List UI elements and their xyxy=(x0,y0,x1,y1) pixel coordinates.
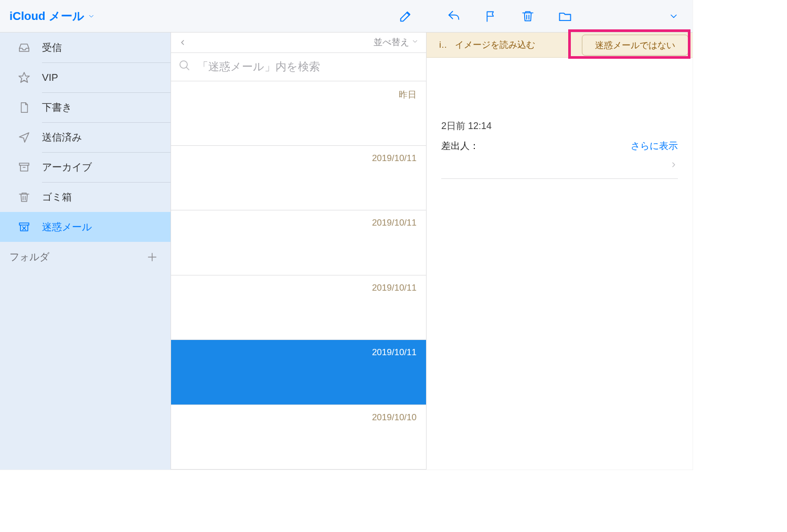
sidebar-item-label: アーカイブ xyxy=(42,161,92,174)
message-row[interactable]: 2019/10/10 xyxy=(171,405,426,470)
chevron-down-icon xyxy=(88,9,95,23)
sidebar-item-trash[interactable]: ゴミ箱 xyxy=(0,182,171,212)
divider xyxy=(441,178,678,179)
delete-button[interactable] xyxy=(521,9,535,23)
message-row[interactable]: 2019/10/11 xyxy=(171,210,426,275)
flag-button[interactable] xyxy=(484,9,498,23)
sidebar-item-label: VIP xyxy=(42,72,58,83)
sidebar-folders-label: フォルダ xyxy=(9,250,49,264)
sidebar-item-drafts[interactable]: 下書き xyxy=(0,92,171,122)
search-placeholder: 「迷惑メール」内を検索 xyxy=(197,59,320,74)
load-images-button[interactable]: イメージを読み込む xyxy=(448,39,543,51)
sidebar-folders-section: フォルダ xyxy=(0,242,171,272)
sidebar-item-archive[interactable]: アーカイブ xyxy=(0,152,171,182)
message-list-pane: 並べ替え 「迷惑メール」内を検索 昨日 2019/10/11 2019/10 xyxy=(171,33,427,470)
sort-label: 並べ替え xyxy=(374,36,409,48)
svg-rect-7 xyxy=(19,223,29,225)
message-date: 2019/10/10 xyxy=(372,412,417,423)
message-row[interactable]: 2019/10/11 xyxy=(171,340,426,405)
sidebar-item-junk[interactable]: 迷惑メール xyxy=(0,212,171,242)
sidebar-item-label: 送信済み xyxy=(42,131,82,144)
sidebar: 受信 VIP 下書き 送信済み xyxy=(0,33,171,470)
junk-icon xyxy=(18,220,30,234)
details-toggle-button[interactable] xyxy=(668,11,693,22)
message-date: 2019/10/11 xyxy=(372,153,417,164)
sidebar-item-label: 下書き xyxy=(42,101,72,114)
sort-menu[interactable]: 並べ替え xyxy=(374,36,419,48)
svg-marker-2 xyxy=(19,72,29,82)
search-icon xyxy=(178,59,191,74)
back-button[interactable] xyxy=(178,38,187,47)
message-row[interactable]: 2019/10/11 xyxy=(171,275,426,340)
message-date: 昨日 xyxy=(399,89,417,101)
star-icon xyxy=(18,71,30,84)
compose-button[interactable] xyxy=(398,9,413,24)
reading-pane: i… イメージを読み込む 迷惑メールではない 2日前 12:14 差出人： さら… xyxy=(427,33,693,470)
svg-line-13 xyxy=(186,67,189,70)
svg-rect-3 xyxy=(19,163,29,165)
trash-icon xyxy=(18,191,30,204)
search-input[interactable]: 「迷惑メール」内を検索 xyxy=(171,53,426,81)
document-icon xyxy=(18,102,30,113)
chevron-down-icon xyxy=(411,37,419,48)
app-title-label: iCloud メール xyxy=(9,8,84,24)
app-switcher[interactable]: iCloud メール xyxy=(9,8,95,24)
add-folder-button[interactable] xyxy=(146,251,158,263)
sidebar-item-label: ゴミ箱 xyxy=(42,190,72,204)
junk-banner: i… イメージを読み込む 迷惑メールではない xyxy=(427,33,693,58)
from-label: 差出人： xyxy=(441,140,479,152)
sidebar-item-label: 迷惑メール xyxy=(42,220,92,234)
message-row[interactable]: 昨日 xyxy=(171,81,426,146)
sidebar-item-vip[interactable]: VIP xyxy=(0,62,171,92)
move-to-folder-button[interactable] xyxy=(558,9,572,24)
show-more-link[interactable]: さらに表示 xyxy=(631,140,678,152)
reply-button[interactable] xyxy=(446,9,461,24)
chevron-right-icon[interactable] xyxy=(669,161,678,171)
message-date: 2019/10/11 xyxy=(372,218,417,228)
archive-icon xyxy=(18,161,30,174)
message-date: 2019/10/11 xyxy=(372,347,417,358)
sidebar-item-inbox[interactable]: 受信 xyxy=(0,33,171,62)
paper-plane-icon xyxy=(18,131,30,144)
banner-truncated-text: i… xyxy=(427,40,448,50)
sidebar-item-sent[interactable]: 送信済み xyxy=(0,122,171,152)
message-date: 2019/10/11 xyxy=(372,283,417,293)
message-timestamp: 2日前 12:14 xyxy=(441,120,678,132)
inbox-icon xyxy=(18,41,30,54)
app-header: iCloud メール xyxy=(0,0,693,33)
sidebar-item-label: 受信 xyxy=(42,41,62,55)
not-junk-button[interactable]: 迷惑メールではない xyxy=(582,35,688,56)
message-row[interactable]: 2019/10/11 xyxy=(171,146,426,210)
